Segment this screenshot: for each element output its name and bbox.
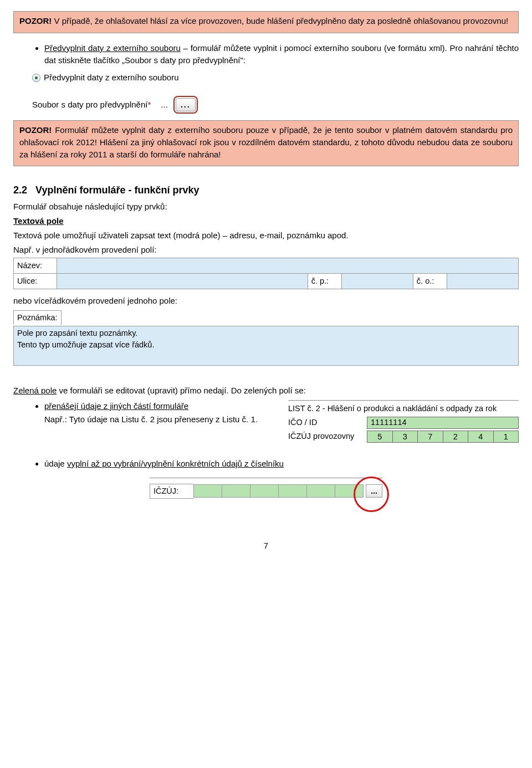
zelena-lead: Zelená pole: [13, 386, 57, 395]
radio-selected-icon[interactable]: [32, 74, 40, 82]
green-bullet2-a: údaje: [44, 459, 67, 468]
warn2-strong: POZOR!: [19, 125, 52, 135]
file-dots-placeholder: ...: [161, 99, 168, 111]
single-line-fields-example: Název: Ulice: č. p.: č. o.:: [13, 258, 519, 289]
poznamka-line1: Pole pro zapsání textu poznámky.: [17, 327, 515, 339]
input-nazev[interactable]: [57, 258, 519, 274]
input-co[interactable]: [447, 274, 519, 289]
textova-desc: Textová pole umožňují uživateli zapsat t…: [13, 229, 519, 242]
poznamka-line2: Tento typ umožňuje zapsat více řádků.: [17, 339, 515, 351]
iczuj-label: IČZÚJ:: [150, 484, 193, 499]
red-circle-annotation: [354, 477, 389, 512]
intro-text: Formulář obsahuje následující typy prvků…: [13, 201, 519, 213]
ico-label: IČO / ID: [288, 417, 367, 428]
file-button-highlight: ...: [173, 96, 198, 114]
iczuj-cells: 5 3 7 2 4 1: [367, 431, 519, 443]
warning-box-2: POZOR! Formulář můžete vyplnit daty z ex…: [13, 120, 519, 166]
warn1-text: V případě, že ohlašovatel hlásí za více …: [52, 16, 508, 25]
multiline-example: Poznámka: Pole pro zapsání textu poznámk…: [13, 308, 519, 366]
file-browse-button[interactable]: ...: [176, 98, 196, 111]
nebo-text: nebo víceřádkovém provedení jednoho pole…: [13, 295, 519, 307]
warning-box-1: POZOR! V případě, že ohlašovatel hlásí z…: [13, 11, 519, 33]
napr1: Např. v jednořádkovém provedení polí:: [13, 244, 519, 256]
input-ulice[interactable]: [57, 274, 308, 289]
poznamka-label: Poznámka:: [13, 310, 62, 325]
green-bullet-2: údaje vyplní až po vybrání/vyplnění konk…: [44, 458, 519, 470]
ico-value: 11111114: [367, 417, 519, 429]
iczuj-prov-label: IČZÚJ provozovny: [288, 431, 367, 442]
bullet-lead: Předvyplnit daty z externího souboru: [44, 43, 181, 53]
page-number: 7: [13, 540, 519, 552]
bullet-list-1: Předvyplnit daty z externího souboru – f…: [13, 42, 519, 66]
label-co: č. o.:: [413, 274, 447, 289]
label-nazev: Název:: [14, 258, 57, 274]
green-bullet2-b: vyplní až po vybrání/vyplnění konkrétníc…: [67, 459, 284, 468]
warn2-text: Formulář můžete vyplnit daty z externího…: [19, 125, 513, 159]
section-heading: 2.2 Vyplnění formuláře - funkční prvky: [13, 183, 519, 197]
green-panel-title: LIST č. 2 - Hlášení o produkci a nakládá…: [288, 403, 519, 414]
label-ulice: Ulice:: [14, 274, 57, 289]
label-cp: č. p.:: [308, 274, 342, 289]
iczuj-example: IČZÚJ: ...: [150, 478, 382, 511]
green-bullet1-text: přenášejí údaje z jiných částí formuláře: [44, 401, 188, 411]
radio-label: Předvyplnit daty z externího souboru: [44, 71, 178, 84]
zelena-rest: ve formuláři se editovat (upravit) přímo…: [57, 386, 305, 395]
zelena-intro: Zelená pole ve formuláři se editovat (up…: [13, 385, 519, 397]
file-label: Soubor s daty pro předvyplnění*: [32, 99, 151, 111]
bullet-item-extern: Předvyplnit daty z externího souboru – f…: [44, 42, 519, 66]
poznamka-textarea[interactable]: Pole pro zapsání textu poznámky. Tento t…: [13, 326, 519, 366]
warn1-strong: POZOR!: [19, 16, 52, 25]
green-fields-panel: LIST č. 2 - Hlášení o produkci a nakládá…: [288, 400, 519, 444]
green-bullet-list-2: údaje vyplní až po vybrání/vyplnění konk…: [13, 458, 519, 470]
textova-pole-heading: Textová pole: [13, 216, 64, 226]
iczuj-empty-cells: [193, 484, 364, 498]
section-num: 2.2: [13, 185, 27, 196]
input-cp[interactable]: [342, 274, 413, 289]
section-title: Vyplnění formuláře - funkční prvky: [35, 185, 199, 196]
radio-example: Předvyplnit daty z externího souboru Sou…: [32, 71, 519, 114]
